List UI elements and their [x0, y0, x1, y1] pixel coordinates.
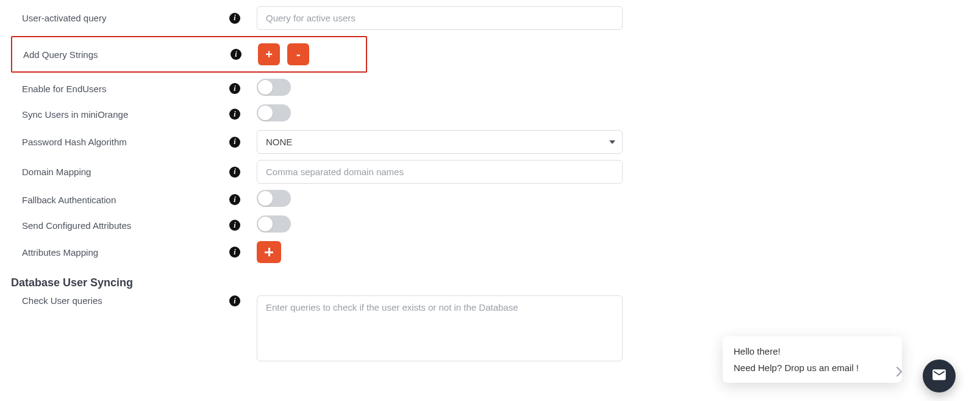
sync-users-toggle[interactable] [257, 104, 291, 121]
attrs-mapping-add-button[interactable] [257, 241, 281, 263]
label-password-hash: Password Hash Algorithm [11, 137, 229, 147]
chat-prompt: Need Help? Drop us an email ! [734, 363, 891, 373]
info-icon[interactable]: i [229, 109, 240, 120]
check-user-queries-textarea[interactable] [257, 295, 623, 361]
info-icon[interactable]: i [229, 83, 240, 94]
fallback-auth-toggle[interactable] [257, 190, 291, 207]
label-enable-endusers: Enable for EndUsers [11, 84, 229, 94]
row-domain-mapping: Domain Mapping i [11, 160, 969, 184]
info-icon[interactable]: i [229, 13, 240, 24]
label-add-query-strings: Add Query Strings [12, 49, 231, 60]
chevron-right-icon[interactable] [896, 366, 903, 377]
minus-icon: - [296, 48, 301, 62]
info-icon[interactable]: i [231, 49, 241, 60]
plus-icon [265, 248, 273, 256]
plus-icon: + [265, 48, 273, 62]
info-icon[interactable]: i [229, 220, 240, 231]
add-query-minus-button[interactable]: - [287, 43, 309, 65]
user-activated-query-input[interactable] [257, 6, 623, 30]
domain-mapping-input[interactable] [257, 160, 623, 184]
label-user-activated-query: User-activated query [11, 13, 229, 23]
row-password-hash: Password Hash Algorithm i NONE [11, 130, 969, 154]
chat-greeting: Hello there! [734, 346, 891, 356]
row-user-activated-query: User-activated query i [11, 6, 969, 30]
add-query-plus-button[interactable]: + [258, 43, 280, 65]
row-add-query-strings: Add Query Strings i + - [11, 36, 367, 73]
label-fallback-auth: Fallback Authentication [11, 195, 229, 205]
send-attrs-toggle[interactable] [257, 215, 291, 233]
info-icon[interactable]: i [229, 167, 240, 178]
label-domain-mapping: Domain Mapping [11, 167, 229, 177]
mail-icon [931, 367, 947, 385]
info-icon[interactable]: i [229, 247, 240, 258]
label-send-attrs: Send Configured Attributes [11, 220, 229, 231]
label-check-user-queries: Check User queries [11, 295, 229, 306]
row-sync-users: Sync Users in miniOrange i [11, 104, 969, 124]
info-icon[interactable]: i [229, 194, 240, 205]
enable-endusers-toggle[interactable] [257, 79, 291, 96]
password-hash-select[interactable]: NONE [257, 130, 623, 154]
row-enable-endusers: Enable for EndUsers i [11, 79, 969, 98]
info-icon[interactable]: i [229, 295, 240, 306]
row-fallback-auth: Fallback Authentication i [11, 190, 969, 209]
row-send-attrs: Send Configured Attributes i [11, 215, 969, 235]
row-attrs-mapping: Attributes Mapping i [11, 241, 969, 263]
info-icon[interactable]: i [229, 137, 240, 148]
chat-popup: Hello there! Need Help? Drop us an email… [723, 336, 902, 383]
label-sync-users: Sync Users in miniOrange [11, 109, 229, 120]
chat-fab-button[interactable] [923, 359, 956, 392]
section-title-db-user-syncing: Database User Syncing [11, 276, 969, 289]
label-attrs-mapping: Attributes Mapping [11, 247, 229, 258]
